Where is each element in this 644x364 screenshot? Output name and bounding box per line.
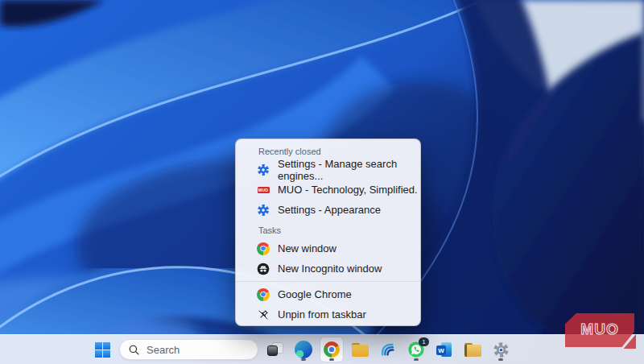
task-view-button[interactable] [264,337,287,362]
edge-icon [295,341,312,358]
jumplist-item-new-window[interactable]: New window [236,238,420,259]
taskbar: 1 W [0,334,644,364]
search-icon [128,344,140,356]
folder-icon [464,343,481,357]
jumplist-item-label: New Incognito window [278,263,382,275]
start-button[interactable] [91,337,114,362]
unpin-icon [257,308,270,321]
whatsapp-icon: 1 [407,341,425,358]
jumplist-item-label: New window [278,242,336,254]
jumplist-item-recent-1[interactable]: Settings - Manage search engines... [236,159,420,180]
taskbar-app-word[interactable]: W [433,337,456,362]
running-indicator [301,358,306,361]
search-input[interactable] [145,343,253,357]
desktop: Recently closed Settings - Manage search… [0,0,644,364]
jumplist-item-new-incognito[interactable]: New Incognito window [236,259,420,279]
jumplist-item-label: MUO - Technology, Simplified. [278,184,418,196]
incognito-icon [257,263,270,275]
jumplist-divider [236,281,420,282]
jumplist-item-label: Google Chrome [278,288,352,300]
muo-watermark: MUO [565,313,634,347]
taskbar-app-chrome[interactable] [320,337,343,362]
jumplist-item-label: Settings - Appearance [278,204,381,216]
taskbar-app-wave[interactable] [377,337,399,362]
jumplist-item-google-chrome[interactable]: Google Chrome [236,284,420,304]
windows-logo-icon [95,342,110,358]
muo-watermark-text: MUO [580,321,618,338]
word-icon: W [436,341,452,358]
settings-favicon-icon [257,163,270,176]
taskbar-app-file-explorer[interactable] [349,337,371,362]
taskbar-app-edge[interactable] [292,337,315,362]
file-explorer-icon [352,343,369,357]
jumplist-item-label: Unpin from taskbar [278,308,366,321]
taskbar-app-whatsapp[interactable]: 1 [405,337,427,362]
chrome-icon [324,341,340,358]
chrome-jumplist-menu: Recently closed Settings - Manage search… [235,139,421,326]
running-indicator [329,358,334,361]
jumplist-item-label: Settings - Manage search engines... [278,158,420,182]
muo-watermark-shape: MUO [565,313,634,347]
taskbar-app-settings[interactable] [489,337,512,362]
jumplist-item-unpin[interactable]: Unpin from taskbar [236,304,420,325]
chrome-icon [257,288,270,301]
taskbar-search[interactable] [119,339,258,360]
taskbar-app-folder[interactable] [461,337,484,362]
running-indicator [498,358,503,361]
jumplist-item-recent-2[interactable]: MUO MUO - Technology, Simplified. [236,180,420,200]
settings-favicon-icon [257,204,270,217]
chrome-icon [257,242,270,255]
running-indicator [414,358,419,361]
task-view-icon [267,341,283,358]
jumplist-section-label: Tasks [236,222,420,238]
settings-gear-icon [493,341,510,358]
wave-app-icon [379,341,397,358]
jumplist-item-recent-3[interactable]: Settings - Appearance [236,200,420,220]
muo-favicon-icon: MUO [257,184,270,196]
notification-badge: 1 [419,337,429,346]
